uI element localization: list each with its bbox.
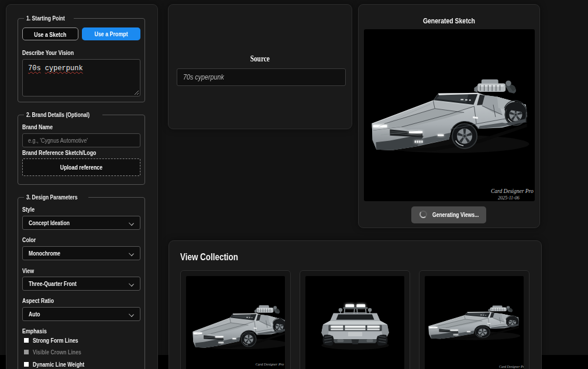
svg-text:Card Designer Pro: Card Designer Pro — [499, 365, 524, 368]
svg-text:Card Designer Pro: Card Designer Pro — [491, 188, 534, 194]
svg-text:Card Designer Pro: Card Designer Pro — [256, 362, 284, 366]
svg-text:2025-11-06: 2025-11-06 — [498, 195, 520, 201]
